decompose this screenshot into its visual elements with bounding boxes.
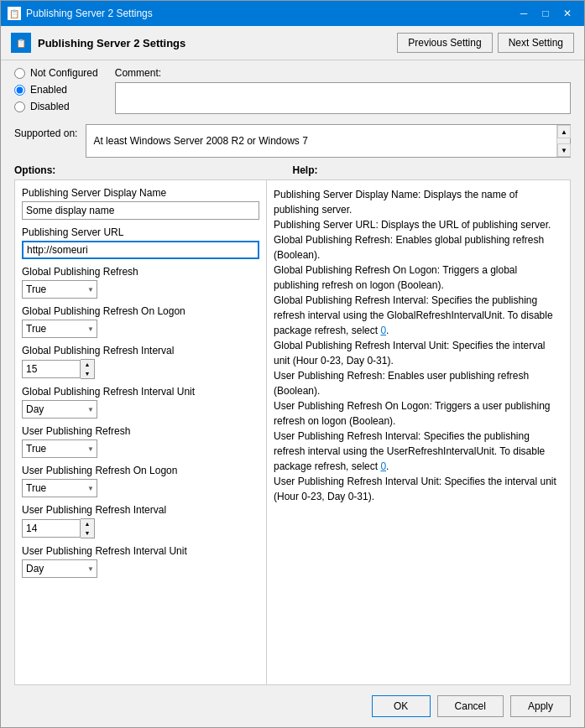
section-headers: Options: Help: [1,161,584,179]
spinner-buttons-user-refresh-interval: ▲▼ [81,518,95,538]
option-label-user-refresh: User Publishing Refresh [22,425,259,437]
spinner-buttons-global-refresh-interval: ▲▼ [81,359,95,379]
title-bar: 📋 Publishing Server 2 Settings ─ □ ✕ [1,1,584,26]
option-group-display-name: Publishing Server Display Name [22,187,259,220]
select-wrapper-user-refresh-logon: TrueFalse [22,479,97,497]
option-label-global-refresh: Global Publishing Refresh [22,266,259,278]
comment-textarea[interactable] [115,82,571,114]
window-controls: ─ □ ✕ [514,5,577,22]
help-paragraph-2: Global Publishing Refresh: Enables globa… [274,232,563,263]
spinner-down-global-refresh-interval[interactable]: ▼ [81,369,94,378]
select-wrapper-user-refresh: TrueFalse [22,439,97,458]
header-icon: 📋 [11,33,31,53]
option-group-global-refresh: Global Publishing RefreshTrueFalse [22,266,259,299]
help-header: Help: [293,164,572,176]
option-group-server-url: Publishing Server URL [22,226,259,259]
option-label-server-url: Publishing Server URL [22,226,259,238]
header-left: 📋 Publishing Server 2 Settings [11,33,185,53]
option-group-user-refresh: User Publishing RefreshTrueFalse [22,425,259,458]
option-group-user-refresh-interval: User Publishing Refresh Interval▲▼ [22,504,259,538]
next-setting-button[interactable]: Next Setting [498,33,574,53]
help-panel: Publishing Server Display Name: Displays… [267,180,570,684]
option-group-global-refresh-interval: Global Publishing Refresh Interval▲▼ [22,345,259,379]
option-label-user-refresh-unit: User Publishing Refresh Interval Unit [22,545,259,557]
spinner-up-user-refresh-interval[interactable]: ▲ [81,519,94,528]
help-paragraph-5: Global Publishing Refresh Interval Unit:… [274,338,563,368]
enabled-option[interactable]: Enabled [14,84,98,96]
window-title: Publishing Server 2 Settings [26,8,153,19]
close-button[interactable]: ✕ [557,5,577,22]
help-paragraph-4: Global Publishing Refresh Interval: Spec… [274,293,563,338]
option-group-user-refresh-logon: User Publishing Refresh On LogonTrueFals… [22,465,259,497]
option-select-global-refresh-unit[interactable]: DayHour [22,400,97,419]
comment-section: Comment: [115,67,571,114]
option-input-display-name[interactable] [22,201,259,220]
header-title: Publishing Server 2 Settings [38,37,185,49]
spinner-wrapper-global-refresh-interval: ▲▼ [22,359,259,379]
option-label-global-refresh-logon: Global Publishing Refresh On Logon [22,305,259,317]
option-select-global-refresh-logon[interactable]: TrueFalse [22,320,97,338]
spinner-input-global-refresh-interval[interactable] [22,360,81,378]
option-select-global-refresh[interactable]: TrueFalse [22,280,97,299]
header-bar: 📋 Publishing Server 2 Settings Previous … [1,26,584,60]
maximize-button[interactable]: □ [535,5,556,22]
help-paragraph-3: Global Publishing Refresh On Logon: Trig… [274,263,563,293]
option-input-server-url[interactable] [22,241,259,259]
config-section: Not Configured Enabled Disabled Comment: [1,60,584,121]
footer: OK Cancel Apply [1,685,584,727]
scroll-down-arrow[interactable]: ▼ [557,143,571,157]
options-header: Options: [14,164,293,176]
option-label-global-refresh-interval: Global Publishing Refresh Interval [22,345,259,356]
cancel-button[interactable]: Cancel [437,695,504,717]
disabled-label: Disabled [30,101,70,112]
supported-label: Supported on: [14,124,77,139]
select-wrapper-global-refresh-logon: TrueFalse [22,320,97,338]
supported-box: At least Windows Server 2008 R2 or Windo… [86,124,571,158]
spinner-down-user-refresh-interval[interactable]: ▼ [81,528,94,538]
option-select-user-refresh-unit[interactable]: DayHour [22,559,97,578]
enabled-radio[interactable] [14,85,25,96]
help-paragraph-8: User Publishing Refresh Interval: Specif… [274,429,563,474]
spinner-input-user-refresh-interval[interactable] [22,519,81,538]
enabled-label: Enabled [30,84,67,96]
minimize-button[interactable]: ─ [514,5,534,22]
spinner-up-global-refresh-interval[interactable]: ▲ [81,360,94,369]
select-wrapper-global-refresh: TrueFalse [22,280,97,299]
supported-section: Supported on: At least Windows Server 20… [1,121,584,161]
apply-button[interactable]: Apply [510,695,571,717]
options-panel: Publishing Server Display NamePublishing… [15,180,267,684]
help-paragraph-9: User Publishing Refresh Interval Unit: S… [274,474,563,504]
option-label-user-refresh-interval: User Publishing Refresh Interval [22,504,259,516]
disabled-radio[interactable] [14,101,25,112]
ok-button[interactable]: OK [372,695,431,717]
title-bar-left: 📋 Publishing Server 2 Settings [8,7,153,20]
option-select-user-refresh[interactable]: TrueFalse [22,439,97,458]
help-link-zero[interactable]: 0 [380,325,386,336]
comment-label: Comment: [115,67,571,79]
option-group-user-refresh-unit: User Publishing Refresh Interval UnitDay… [22,545,259,578]
not-configured-option[interactable]: Not Configured [14,67,98,79]
not-configured-label: Not Configured [30,67,98,79]
scroll-up-arrow[interactable]: ▲ [557,125,571,138]
help-paragraph-6: User Publishing Refresh: Enables user pu… [274,368,563,398]
option-group-global-refresh-unit: Global Publishing Refresh Interval UnitD… [22,386,259,419]
option-select-user-refresh-logon[interactable]: TrueFalse [22,479,97,497]
radio-group: Not Configured Enabled Disabled [14,67,98,114]
supported-value: At least Windows Server 2008 R2 or Windo… [93,135,307,147]
previous-setting-button[interactable]: Previous Setting [397,33,492,53]
help-paragraph-7: User Publishing Refresh On Logon: Trigge… [274,398,563,429]
header-buttons: Previous Setting Next Setting [397,33,574,53]
option-label-display-name: Publishing Server Display Name [22,187,259,199]
select-wrapper-user-refresh-unit: DayHour [22,559,97,578]
option-label-global-refresh-unit: Global Publishing Refresh Interval Unit [22,386,259,398]
supported-scrollbar: ▲ ▼ [556,125,570,157]
disabled-option[interactable]: Disabled [14,101,98,112]
window-icon: 📋 [8,7,21,20]
help-link-zero[interactable]: 0 [380,460,386,472]
help-paragraph-1: Publishing Server URL: Displays the URL … [274,217,563,232]
option-label-user-refresh-logon: User Publishing Refresh On Logon [22,465,259,476]
main-content: Publishing Server Display NamePublishing… [14,179,571,685]
not-configured-radio[interactable] [14,68,25,79]
help-paragraph-0: Publishing Server Display Name: Displays… [274,187,563,217]
option-group-global-refresh-logon: Global Publishing Refresh On LogonTrueFa… [22,305,259,338]
